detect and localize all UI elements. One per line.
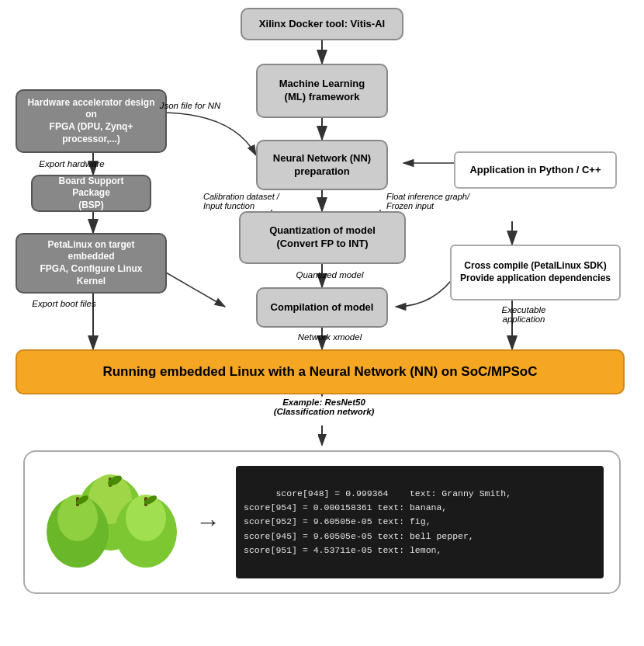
app-python-box: Application in Python / C++ — [454, 151, 617, 189]
quantized-model-label: Quantized model — [283, 270, 376, 280]
calibration-label: Calibration dataset /Input function — [203, 192, 304, 210]
hw-accel-box: Hardware accelerator design onFPGA (DPU,… — [16, 89, 167, 153]
apple-image — [40, 468, 180, 577]
network-xmodel-text: Network xmodel — [298, 332, 362, 342]
executable-text: Executableapplication — [502, 305, 546, 324]
example-label: Example: ResNet50(Classification network… — [260, 398, 388, 416]
petalinux-box: PetaLinux on target embeddedFPGA, Config… — [16, 233, 167, 293]
cross-compile-box: Cross compile (PetalLinux SDK)Provide ap… — [450, 245, 621, 300]
quantization-box: Quantization of model(Convert FP to INT) — [239, 211, 406, 264]
vitis-ai-box: Xilinx Docker tool: Vitis-AI — [241, 8, 403, 40]
terminal-line-2: score[952] = 9.60505e-05 text: fig, — [244, 516, 431, 526]
calibration-text: Calibration dataset /Input function — [203, 192, 279, 210]
cross-compile-label: Cross compile (PetalLinux SDK)Provide ap… — [460, 260, 611, 284]
hw-accel-label: Hardware accelerator design onFPGA (DPU,… — [25, 97, 158, 145]
json-nn-text: Json file for NN — [160, 101, 221, 110]
float-inference-text: Float inference graph/Frozen input — [386, 192, 469, 210]
ml-framework-label: Machine Learning(ML) framework — [279, 78, 365, 104]
example-arrow — [318, 425, 341, 449]
export-boot-text: Export boot files — [32, 299, 95, 308]
export-boot-label: Export boot files — [19, 299, 109, 308]
terminal-output: score[948] = 0.999364 text: Granny Smith… — [236, 466, 604, 578]
terminal-line-0: score[948] = 0.999364 text: Granny Smith… — [275, 488, 511, 498]
app-python-label: Application in Python / C++ — [469, 164, 601, 177]
apple-svg — [40, 468, 180, 577]
bsp-label: Board Support Package(BSP) — [40, 175, 142, 212]
petalinux-label: PetaLinux on target embeddedFPGA, Config… — [25, 239, 158, 287]
network-xmodel-label: Network xmodel — [283, 332, 376, 342]
diagram-container: Xilinx Docker tool: Vitis-AI Machine Lea… — [0, 0, 644, 646]
quantized-model-text: Quantized model — [296, 270, 364, 280]
export-hw-label: Export hardware — [27, 159, 116, 168]
executable-label: Executableapplication — [485, 305, 563, 324]
json-nn-label: Json file for NN — [144, 101, 237, 110]
bsp-box: Board Support Package(BSP) — [31, 175, 151, 212]
example-text: Example: ResNet50(Classification network… — [274, 398, 375, 416]
export-hw-text: Export hardware — [39, 159, 104, 168]
ml-framework-box: Machine Learning(ML) framework — [256, 64, 388, 118]
running-bar: Running embedded Linux with a Neural Net… — [16, 349, 625, 394]
compilation-label: Compilation of model — [271, 301, 374, 314]
running-label: Running embedded Linux with a Neural Net… — [102, 363, 537, 380]
vitis-label: Xilinx Docker tool: Vitis-AI — [259, 18, 385, 31]
terminal-line-3: score[945] = 9.60505e-05 text: bell pepp… — [244, 531, 474, 541]
arrow-to-terminal: → — [196, 508, 220, 537]
nn-prep-label: Neural Network (NN)preparation — [273, 152, 371, 179]
compilation-box: Compilation of model — [256, 287, 388, 328]
nn-prep-box: Neural Network (NN)preparation — [256, 140, 388, 190]
float-inference-label: Float inference graph/Frozen input — [386, 192, 491, 210]
terminal-line-1: score[954] = 0.000158361 text: banana, — [244, 502, 447, 512]
result-area: → score[948] = 0.999364 text: Granny Smi… — [23, 450, 621, 594]
terminal-line-4: score[951] = 4.53711e-05 text: lemon, — [244, 545, 441, 555]
quantization-label: Quantization of model(Convert FP to INT) — [269, 224, 376, 251]
